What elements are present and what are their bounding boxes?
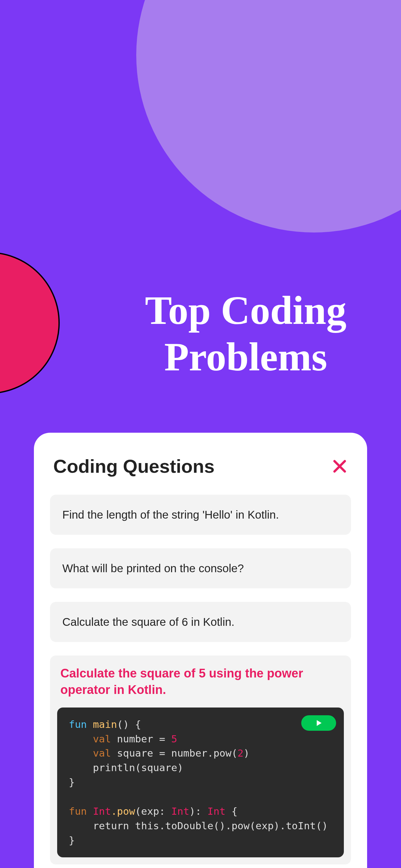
question-text: Calculate the square of 6 in Kotlin. xyxy=(62,616,235,628)
hero-title: Top Coding Problems xyxy=(0,287,401,380)
code-token: Int xyxy=(93,805,111,817)
close-icon xyxy=(333,459,347,473)
expanded-question-title: Calculate the square of 5 using the powe… xyxy=(57,665,344,699)
questions-card: Coding Questions Find the length of the … xyxy=(34,433,367,868)
code-token: ) xyxy=(243,747,250,759)
question-item[interactable]: What will be printed on the console? xyxy=(50,548,351,588)
code-token: fun xyxy=(69,805,87,817)
code-token: } xyxy=(69,776,75,788)
decorative-circle-light xyxy=(136,0,401,232)
code-block: fun main() { val number = 5 val square =… xyxy=(57,708,344,857)
code-token: 2 xyxy=(238,747,244,759)
code-token: val xyxy=(93,733,111,745)
question-text: Find the length of the string 'Hello' in… xyxy=(62,508,279,521)
code-token: number = xyxy=(111,733,172,745)
question-item-expanded: Calculate the square of 5 using the powe… xyxy=(50,655,351,864)
close-button[interactable] xyxy=(332,458,348,474)
code-token: () { xyxy=(117,718,141,730)
code-token: (exp: xyxy=(135,805,171,817)
code-token: 5 xyxy=(171,733,177,745)
card-header: Coding Questions xyxy=(50,455,351,477)
play-icon xyxy=(315,719,322,726)
code-token: return this.toDouble().pow(exp).toInt() xyxy=(69,820,328,832)
code-token: Int xyxy=(207,805,225,817)
code-token: println(square) xyxy=(69,762,183,773)
code-token: Int xyxy=(171,805,189,817)
code-token: ): xyxy=(189,805,207,817)
question-item[interactable]: Calculate the square of 6 in Kotlin. xyxy=(50,602,351,642)
code-token: } xyxy=(69,834,75,846)
question-item[interactable]: Find the length of the string 'Hello' in… xyxy=(50,495,351,535)
code-token: { xyxy=(225,805,237,817)
code-token: square = number.pow( xyxy=(111,747,238,759)
code-token: .pow xyxy=(111,805,135,817)
run-button[interactable] xyxy=(301,715,336,731)
code-token: main xyxy=(93,718,117,730)
card-title: Coding Questions xyxy=(53,455,214,477)
svg-marker-2 xyxy=(317,720,321,726)
code-token: val xyxy=(93,747,111,759)
question-text: What will be printed on the console? xyxy=(62,562,244,575)
code-token: fun xyxy=(69,718,87,730)
